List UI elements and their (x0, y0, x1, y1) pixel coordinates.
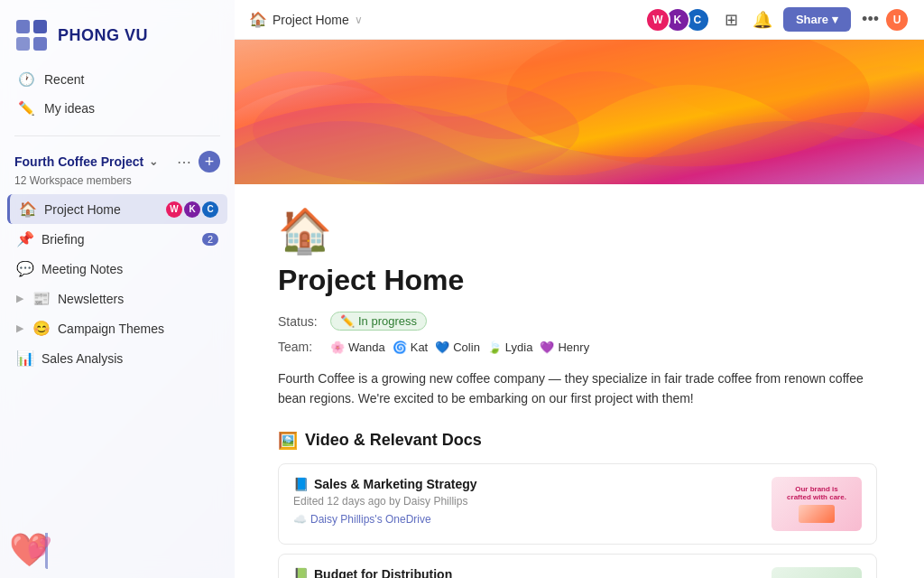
sidebar-item-my-ideas[interactable]: ✏️ My ideas (9, 94, 226, 123)
section-icon: 🖼️ (278, 431, 298, 451)
status-edit-icon: ✏️ (340, 314, 355, 328)
logo-icon (14, 18, 49, 52)
campaign-expand-icon: ▶ (16, 322, 23, 334)
meeting-notes-icon: 💬 (16, 260, 34, 277)
doc-card-sales-marketing-title: 📘 Sales & Marketing Strategy (293, 477, 761, 491)
status-badge: ✏️ In progress (330, 312, 427, 331)
avatar-3: C (202, 201, 218, 218)
page-description: Fourth Coffee is a growing new coffee co… (278, 368, 877, 409)
sidebar-bottom: ❤️ 💕 (0, 506, 235, 578)
status-label: Status: (278, 314, 323, 329)
wanda-name: Wanda (348, 340, 385, 354)
svg-rect-0 (16, 20, 30, 33)
briefing-label: Briefing (42, 232, 195, 247)
topbar-actions: ⊞ 🔔 Share ▾ ••• U (721, 6, 910, 33)
project-home-avatars: W K C (166, 201, 218, 218)
campaign-themes-label: Campaign Themes (58, 322, 218, 336)
doc-card-budget[interactable]: 📗 Budget for Distribution Edited 3 days … (278, 554, 877, 578)
wanda-icon: 🌸 (330, 340, 345, 354)
doc-thumbnail-budget (772, 567, 862, 578)
hero-banner-svg (235, 40, 924, 184)
topbar-avatar-wanda: W (645, 7, 670, 33)
doc-thumb-marketing-inner: Our brand is crafted with care. (772, 477, 862, 531)
doc-card-sales-marketing[interactable]: 📘 Sales & Marketing Strategy Edited 12 d… (278, 463, 877, 545)
recent-icon: 🕐 (18, 71, 35, 88)
budget-chart-svg (776, 572, 857, 578)
sidebar-item-project-home[interactable]: 🏠 Project Home W K C (7, 194, 227, 224)
team-row: Team: 🌸 Wanda 🌀 Kat 💙 Colin 🍃 Lydia (278, 340, 877, 354)
sales-marketing-file-icon: 📘 (293, 477, 309, 491)
sidebar-item-sales-analysis[interactable]: 📊 Sales Analysis (7, 343, 227, 373)
team-label: Team: (278, 340, 323, 354)
page-title: Project Home (278, 264, 877, 297)
campaign-themes-icon: 😊 (32, 320, 51, 337)
main-content: 🏠 Project Home ∨ W K C ⊞ 🔔 Share ▾ ••• U (235, 0, 924, 578)
sales-analysis-icon: 📊 (16, 350, 34, 367)
breadcrumb-text: Project Home (273, 13, 349, 27)
sales-analysis-label: Sales Analysis (42, 351, 218, 366)
share-label: Share (796, 13, 828, 26)
logo-text: PHONG VU (58, 26, 148, 45)
share-chevron-icon: ▾ (832, 13, 838, 26)
project-home-icon: 🏠 (19, 200, 37, 218)
more-options-button[interactable]: ••• (858, 6, 882, 33)
henry-icon: 💜 (540, 340, 554, 354)
section-title: 🖼️ Video & Relevant Docs (278, 431, 877, 451)
sidebar-item-meeting-notes[interactable]: 💬 Meeting Notes (7, 254, 227, 284)
doc-card-sales-marketing-subtitle: Edited 12 days ago by Daisy Phillips (293, 495, 761, 508)
notifications-button[interactable]: 🔔 (749, 6, 776, 33)
sidebar-pages: 🏠 Project Home W K C 📌 Briefing 2 💬 Meet… (0, 191, 235, 506)
page-emoji: 🏠 (278, 206, 877, 256)
kat-icon: 🌀 (393, 340, 407, 354)
lydia-name: Lydia (505, 340, 533, 354)
team-member-colin: 💙 Colin (435, 340, 480, 354)
sidebar-item-ideas-label: My ideas (44, 101, 95, 116)
newsletters-expand-icon: ▶ (16, 293, 23, 304)
breadcrumb-icon: 🏠 (249, 11, 267, 28)
team-member-lydia: 🍃 Lydia (487, 340, 533, 354)
doc-card-sales-marketing-source: ☁️ Daisy Phillips's OneDrive (293, 513, 761, 526)
workspace-add-button[interactable]: + (199, 151, 220, 172)
logo-area: PHONG VU (0, 9, 235, 65)
workspace-chevron-icon: ⌄ (149, 155, 158, 168)
topbar-avatars: W K C (651, 7, 710, 33)
share-button[interactable]: Share ▾ (783, 7, 851, 32)
workspace-header: Fourth Coffee Project ⌄ ⋯ + 12 Workspace… (0, 142, 235, 191)
grid-view-button[interactable]: ⊞ (721, 6, 742, 33)
user-avatar[interactable]: U (884, 7, 910, 33)
newsletters-icon: 📰 (32, 290, 51, 307)
sidebar-divider (14, 135, 220, 136)
small-heart-decoration: 💕 (27, 536, 51, 560)
topbar: 🏠 Project Home ∨ W K C ⊞ 🔔 Share ▾ ••• U (235, 0, 924, 40)
sidebar-item-briefing[interactable]: 📌 Briefing 2 (7, 224, 227, 254)
budget-file-icon: 📗 (293, 567, 309, 578)
sidebar-item-recent-label: Recent (44, 72, 84, 87)
svg-rect-1 (33, 20, 47, 33)
project-home-label: Project Home (44, 202, 159, 217)
status-value: In progress (358, 314, 417, 328)
avatar-2: K (184, 201, 200, 218)
workspace-options-button[interactable]: ⋯ (173, 152, 195, 172)
breadcrumb-chevron-icon: ∨ (355, 14, 363, 26)
svg-point-6 (253, 76, 579, 184)
team-member-wanda: 🌸 Wanda (330, 340, 385, 354)
meeting-notes-label: Meeting Notes (42, 262, 218, 276)
sidebar-item-recent[interactable]: 🕐 Recent (9, 65, 226, 94)
sidebar-nav: 🕐 Recent ✏️ My ideas (0, 65, 235, 123)
page-body: 🏠 Project Home Status: ✏️ In progress Te… (235, 184, 920, 578)
sidebar-item-campaign-themes[interactable]: ▶ 😊 Campaign Themes (7, 313, 227, 343)
doc-thumb-budget-inner (772, 567, 862, 578)
newsletters-label: Newsletters (58, 292, 218, 306)
sidebar-item-newsletters[interactable]: ▶ 📰 Newsletters (7, 284, 227, 313)
henry-name: Henry (558, 340, 589, 354)
ideas-icon: ✏️ (18, 100, 35, 117)
workspace-members: 12 Workspace members (14, 174, 220, 187)
page-scroll: 🏠 Project Home Status: ✏️ In progress Te… (235, 40, 924, 578)
onedrive-cloud-icon-1: ☁️ (293, 513, 307, 526)
briefing-icon: 📌 (16, 230, 34, 247)
svg-rect-3 (33, 37, 47, 51)
team-member-henry: 💜 Henry (540, 340, 589, 354)
section-title-text: Video & Relevant Docs (305, 431, 482, 450)
workspace-actions: Fourth Coffee Project ⌄ ⋯ + (14, 151, 220, 172)
colin-name: Colin (453, 340, 480, 354)
